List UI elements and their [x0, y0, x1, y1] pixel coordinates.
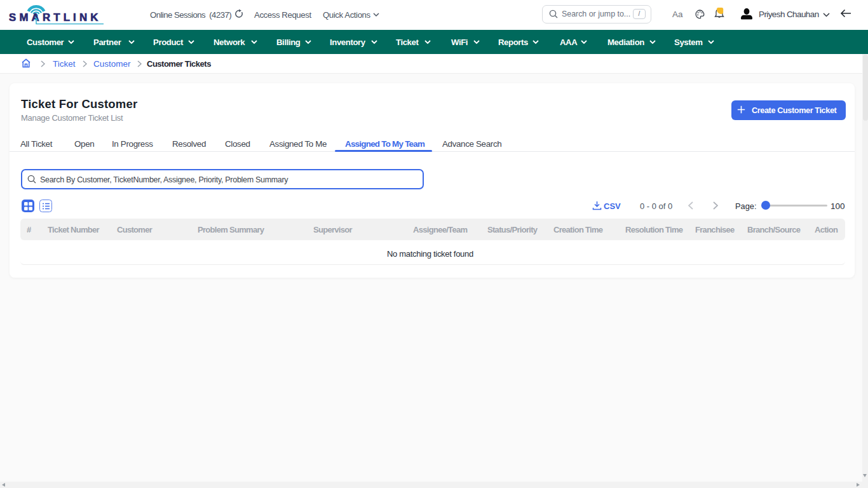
- svg-text:SMARTLINK: SMARTLINK: [9, 11, 102, 24]
